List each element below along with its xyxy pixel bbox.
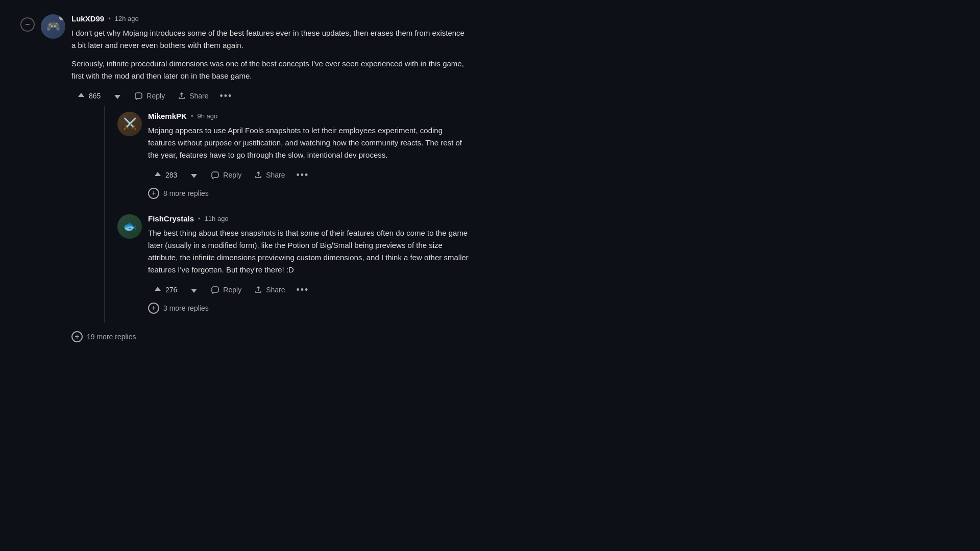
username[interactable]: FishCrystals bbox=[148, 214, 194, 223]
username[interactable]: LukXD99 bbox=[71, 14, 104, 23]
upvote-count: 283 bbox=[165, 171, 177, 179]
upvote-count: 865 bbox=[89, 92, 101, 100]
upvote-button[interactable]: 283 bbox=[148, 167, 182, 183]
timestamp: 9h ago bbox=[197, 112, 217, 120]
avatar: 🎮 bbox=[41, 14, 65, 39]
upvote-icon bbox=[153, 170, 162, 180]
upvote-button[interactable]: 276 bbox=[148, 282, 182, 297]
more-icon: ••• bbox=[297, 285, 309, 295]
reply-item: ⚔️ MikemkPK • 9h ago Mojang appears to u… bbox=[117, 106, 470, 208]
reply-body: Mojang appears to use April Fools snapsh… bbox=[148, 124, 470, 161]
reply-label: Reply bbox=[223, 286, 241, 294]
more-options-button[interactable]: ••• bbox=[292, 282, 313, 297]
avatar: 🐟 bbox=[117, 214, 142, 239]
share-label: Share bbox=[189, 92, 208, 100]
replies-section: ⚔️ MikemkPK • 9h ago Mojang appears to u… bbox=[104, 106, 470, 323]
expand-circle-icon: + bbox=[71, 331, 83, 342]
reply-action-bar: 283 bbox=[148, 167, 470, 183]
downvote-button[interactable] bbox=[184, 167, 204, 183]
share-icon bbox=[254, 170, 263, 180]
share-button[interactable]: Share bbox=[172, 88, 213, 104]
action-bar: 865 Reply bbox=[71, 88, 470, 104]
reply-action-bar: 276 bbox=[148, 282, 470, 297]
upvote-icon bbox=[77, 91, 86, 101]
share-icon bbox=[254, 285, 263, 294]
expand-circle-icon: + bbox=[148, 303, 159, 314]
root-more-replies-button[interactable]: + 19 more replies bbox=[71, 327, 136, 346]
more-replies-label: 3 more replies bbox=[163, 304, 209, 312]
collapse-button[interactable]: − bbox=[20, 17, 35, 32]
more-replies-button[interactable]: + 3 more replies bbox=[148, 299, 209, 317]
share-button[interactable]: Share bbox=[249, 282, 290, 297]
reply-label: Reply bbox=[146, 92, 165, 100]
dot-separator: • bbox=[191, 112, 193, 120]
reply-item: 🐟 FishCrystals • 11h ago The best thing … bbox=[117, 208, 470, 323]
reply-button[interactable]: Reply bbox=[206, 282, 247, 297]
share-label: Share bbox=[266, 171, 285, 179]
timestamp: 11h ago bbox=[205, 215, 229, 222]
online-indicator bbox=[59, 15, 64, 20]
avatar-emoji: 🐟 bbox=[123, 220, 137, 233]
avatar-emoji: 🎮 bbox=[46, 20, 60, 33]
more-options-button[interactable]: ••• bbox=[216, 88, 237, 104]
reply-label: Reply bbox=[223, 171, 241, 179]
body-paragraph-1: I don't get why Mojang introduces some o… bbox=[71, 27, 470, 52]
reply-text: The best thing about these snapshots is … bbox=[148, 227, 470, 276]
root-more-replies-label: 19 more replies bbox=[87, 333, 136, 341]
downvote-icon bbox=[189, 170, 199, 180]
upvote-icon bbox=[153, 285, 162, 294]
timestamp: 12h ago bbox=[115, 15, 139, 22]
reply-text: Mojang appears to use April Fools snapsh… bbox=[148, 124, 470, 161]
dot-separator: • bbox=[198, 215, 201, 222]
reply-button[interactable]: Reply bbox=[206, 167, 247, 183]
expand-circle-icon: + bbox=[148, 188, 159, 199]
downvote-icon bbox=[189, 285, 199, 294]
downvote-icon bbox=[113, 91, 122, 101]
share-button[interactable]: Share bbox=[249, 167, 290, 183]
more-replies-button[interactable]: + 8 more replies bbox=[148, 185, 209, 202]
downvote-button[interactable] bbox=[184, 282, 204, 297]
left-controls: − bbox=[20, 14, 35, 32]
dot-separator: • bbox=[108, 15, 111, 22]
body-paragraph-2: Seriously, infinite procedural dimension… bbox=[71, 58, 470, 82]
share-icon bbox=[177, 91, 186, 101]
reply-body: The best thing about these snapshots is … bbox=[148, 227, 470, 276]
comment-content: LukXD99 • 12h ago I don't get why Mojang… bbox=[71, 14, 470, 346]
reply-content: FishCrystals • 11h ago The best thing ab… bbox=[148, 214, 470, 317]
more-icon: ••• bbox=[220, 91, 233, 101]
upvote-button[interactable]: 865 bbox=[71, 88, 106, 104]
comment-header: LukXD99 • 12h ago bbox=[71, 14, 470, 23]
comments-section: − 🎮 LukXD99 • 12h ago I don't get why Mo… bbox=[0, 0, 490, 357]
comment-body: I don't get why Mojang introduces some o… bbox=[71, 27, 470, 82]
upvote-count: 276 bbox=[165, 286, 177, 294]
reply-icon bbox=[134, 91, 143, 101]
comment-item: − 🎮 LukXD99 • 12h ago I don't get why Mo… bbox=[20, 10, 470, 346]
avatar-emoji: ⚔️ bbox=[123, 117, 137, 131]
reply-header: FishCrystals • 11h ago bbox=[148, 214, 470, 223]
reply-header: MikemkPK • 9h ago bbox=[148, 112, 470, 120]
reply-icon bbox=[211, 170, 220, 180]
username[interactable]: MikemkPK bbox=[148, 112, 187, 120]
more-icon: ••• bbox=[297, 170, 309, 180]
more-replies-label: 8 more replies bbox=[163, 189, 209, 197]
more-options-button[interactable]: ••• bbox=[292, 167, 313, 183]
reply-button[interactable]: Reply bbox=[129, 88, 170, 104]
avatar: ⚔️ bbox=[117, 112, 142, 136]
downvote-button[interactable] bbox=[108, 88, 127, 104]
reply-content: MikemkPK • 9h ago Mojang appears to use … bbox=[148, 112, 470, 202]
minus-icon: − bbox=[25, 20, 30, 29]
share-label: Share bbox=[266, 286, 285, 294]
reply-icon bbox=[211, 285, 220, 294]
